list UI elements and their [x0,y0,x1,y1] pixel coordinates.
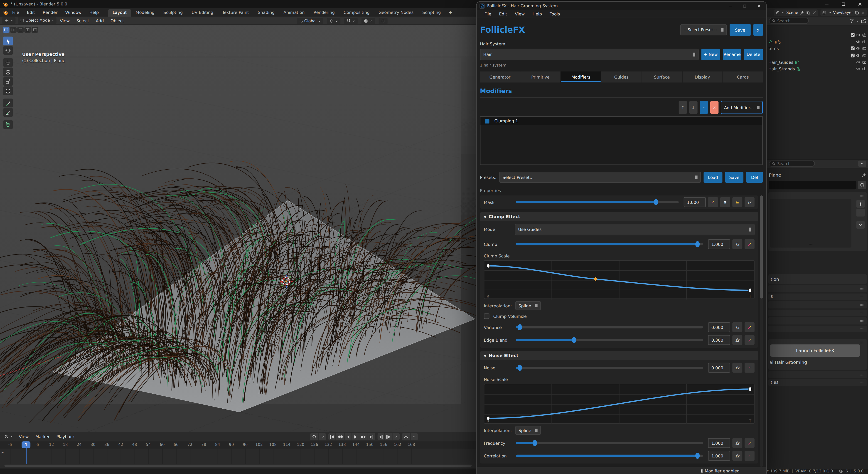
workspace-tab[interactable]: Rendering [309,9,339,17]
orientation-selector[interactable]: Global [297,18,323,24]
proportional-edit-toggle[interactable] [362,18,375,24]
modifier-list-item[interactable]: Clumping 1 [480,117,762,125]
frame-step-menu-button[interactable] [392,433,399,440]
folliclefx-tab[interactable]: Guides [601,71,641,83]
next-keyframe-button[interactable] [359,433,368,440]
menu-item[interactable]: Render [39,10,61,15]
workspace-tab[interactable]: Sculpting [159,9,187,17]
chevron-down-icon[interactable] [856,19,859,23]
name-field[interactable] [769,181,856,189]
select-box-button[interactable] [3,27,9,33]
timeline-scrollbar[interactable] [4,465,472,467]
new-viewlayer-icon[interactable] [855,10,859,15]
tool-add-cube[interactable] [3,120,13,129]
eye-icon[interactable] [856,67,861,71]
maximize-button[interactable] [835,0,851,8]
play-reverse-button[interactable] [345,433,352,440]
viewport-3d[interactable]: Object Mode ViewSelectAddObject Global [0,17,476,432]
menu-item[interactable]: Window [61,10,85,15]
outliner-search[interactable] [769,18,809,24]
rename-hair-system-button[interactable]: Rename [723,49,741,60]
minimize-button[interactable] [723,2,737,10]
noise-fx-button[interactable]: fx [732,363,742,373]
jump-to-start-button[interactable] [329,433,336,440]
camera-icon[interactable] [862,33,866,37]
folliclefx-titlebar[interactable]: FollicleFX - Hair Grooming System [476,2,766,10]
prev-keyframe-button[interactable] [336,433,345,440]
eye-icon[interactable] [856,53,861,58]
new-scene-icon[interactable] [806,10,810,15]
new-collection-icon[interactable] [861,18,866,23]
select-extend-button[interactable] [10,27,17,33]
viewport-menu-item[interactable]: Select [73,18,93,23]
mask-folder-button[interactable] [732,197,742,207]
load-preset-button[interactable]: Load [704,172,722,183]
properties-search-input[interactable] [777,161,806,166]
viewport-menu-item[interactable]: Add [93,18,107,23]
noise-brush-button[interactable] [745,363,754,373]
workspace-tab[interactable]: Geometry Nodes [374,9,418,17]
launch-folliclefx-button[interactable]: Launch FollicleFX [770,345,860,357]
folliclefx-tab[interactable]: Generator [480,71,520,83]
timeline-menu-item[interactable]: Playback [53,434,78,439]
workspace-tab[interactable]: Texture Paint [218,9,253,17]
channel-expander[interactable]: ▸ [2,450,4,455]
move-modifier-up-button[interactable]: ↑ [679,101,687,114]
frequency-value[interactable]: 1.000 [708,438,730,448]
timeline-ruler[interactable]: -661218243036424854606672788490961021081… [0,441,476,449]
frequency-fx-button[interactable]: fx [732,438,742,448]
pin-icon[interactable] [800,10,804,15]
collapsed-panel[interactable] [768,309,867,316]
close-button[interactable] [752,2,766,10]
collapsed-panel[interactable]: ties [768,379,867,386]
viewport-menu-item[interactable]: View [57,18,73,23]
folliclefx-menu-item[interactable]: File [480,11,495,16]
clump-volumize-checkbox[interactable] [484,314,489,319]
variance-slider[interactable] [516,326,703,328]
breadcrumb-object[interactable]: Plane [769,173,781,178]
collapsed-panel[interactable] [768,325,867,332]
noise-scale-curve[interactable]: RT [484,384,754,424]
blender-menu-icon[interactable] [3,10,8,15]
select-intersect-button[interactable] [32,27,38,33]
collapsed-panel[interactable]: s [768,293,867,300]
correlation-brush-button[interactable] [745,451,754,461]
checkbox-icon[interactable] [850,53,855,58]
fake-user-button[interactable] [858,181,866,189]
folliclefx-tab[interactable]: Surface [642,71,682,83]
folliclefx-menu-item[interactable]: Tools [546,11,564,16]
jump-to-end-button[interactable] [368,433,375,440]
outliner-search-input[interactable] [777,19,806,23]
maximize-button[interactable] [737,2,752,10]
menu-item[interactable]: File [8,10,23,15]
variance-brush-button[interactable] [745,322,754,332]
outliner-row-hair-strands[interactable]: Hair_Strands [767,66,868,72]
collapsed-panel[interactable] [768,371,867,378]
folliclefx-tab[interactable]: Modifiers [561,71,601,83]
edge-blend-brush-button[interactable] [745,335,754,345]
add-modifier-select[interactable]: Add Modifier... [721,101,763,114]
remove-item-button[interactable] [857,209,865,216]
remove-modifier-button[interactable]: × [710,101,719,114]
outliner-row-collection[interactable] [767,52,868,59]
folliclefx-tab[interactable]: Cards [723,71,763,83]
correlation-value[interactable]: 1.000 [708,451,730,461]
outliner-row-scene-collection[interactable] [767,32,868,38]
mask-value[interactable]: 1.000 [684,197,706,207]
folliclefx-menu-item[interactable]: View [511,11,529,16]
mask-slider[interactable] [516,201,679,203]
tool-select-box[interactable] [3,36,13,46]
delete-viewlayer-icon[interactable] [861,10,865,15]
frequency-slider[interactable] [516,442,703,444]
workspace-tab[interactable]: UV Editing [187,9,218,17]
outliner-row-hair-systems[interactable]: tems [767,45,868,52]
clump-value[interactable]: 1.000 [708,239,730,249]
scrollbar[interactable] [760,196,763,467]
menu-item[interactable]: Help [86,10,103,15]
camera-icon[interactable] [862,53,866,58]
add-workspace-button[interactable]: + [445,10,456,15]
snap-toggle[interactable] [344,18,358,24]
edge-blend-slider[interactable] [516,339,703,341]
noise-slider[interactable] [516,366,703,369]
viewport-menu-item[interactable]: Object [107,18,127,23]
